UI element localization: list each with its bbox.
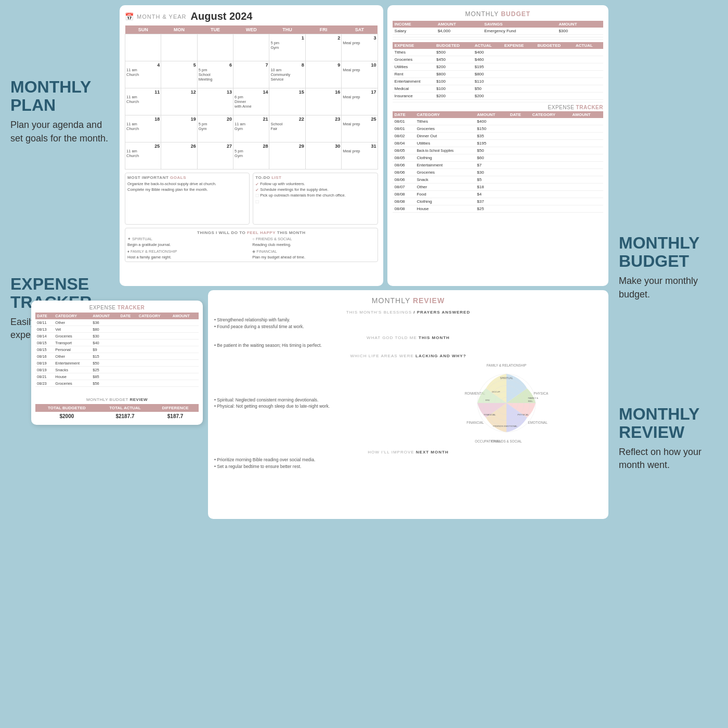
table-cell	[502, 85, 536, 93]
blessing-1: Strengthened relationship with family.	[214, 317, 602, 323]
svg-text:EMOTIONAL: EMOTIONAL	[528, 421, 548, 424]
table-cell	[502, 78, 536, 85]
cal-cell	[125, 34, 161, 61]
goals-box: MOST IMPORTANT GOALS Organize the back-t…	[125, 173, 250, 225]
cal-cell: 17Meal prep	[342, 88, 378, 115]
cal-cell: 23	[305, 115, 341, 142]
cal-cell: 15	[269, 88, 305, 115]
table-cell: $4	[475, 191, 508, 198]
table-cell	[530, 162, 570, 169]
total-actual-header: TOTAL ACTUAL	[98, 404, 152, 412]
cal-cell: 65 pmSchoolMeeting	[197, 61, 233, 88]
feel-happy-section: THINGS I WILL DO TO FEEL HAPPY THIS MONT…	[125, 228, 378, 262]
cal-header-sat: SAT	[342, 25, 378, 34]
table-cell	[570, 191, 603, 198]
table-cell: Tithes	[414, 118, 475, 125]
table-cell: Clothing	[414, 198, 475, 205]
table-cell: $80	[91, 326, 119, 333]
table-cell: $40	[91, 340, 119, 346]
table-cell	[530, 169, 570, 176]
table-cell: 08/08	[393, 205, 415, 213]
exp-col2: EXPENSE	[502, 42, 536, 49]
improve-2: Set a regular bedtime to ensure better r…	[214, 463, 602, 470]
actual-col: ACTUAL	[473, 42, 502, 49]
table-cell	[570, 133, 603, 140]
income-amount-col: AMOUNT	[436, 21, 483, 28]
table-cell	[530, 154, 570, 162]
right-budget-title: MONTHLY BUDGET	[619, 234, 718, 270]
table-cell: Clothing	[414, 154, 475, 162]
table-cell: $50	[473, 85, 502, 93]
cal-cell: 29	[269, 142, 305, 170]
table-cell: 08/08	[393, 198, 415, 205]
cal-header-fri: FRI	[305, 25, 341, 34]
table-cell	[574, 100, 603, 102]
table-cell: $30	[91, 333, 119, 340]
todo-item: ✔ Schedule meetings for the supply drive…	[255, 187, 375, 193]
table-cell: $85	[91, 373, 119, 380]
table-cell: 08/16	[35, 353, 54, 360]
top-row: 📅 MONTH & YEAR August 2024 SUN MON TUE W…	[120, 5, 608, 286]
et-date: DATE	[35, 313, 54, 319]
table-cell: Groceries	[414, 125, 475, 133]
table-cell	[535, 49, 574, 56]
table-cell: Entertainment	[414, 162, 475, 169]
et-cat: CATEGORY	[54, 313, 91, 319]
table-cell	[502, 100, 536, 102]
table-cell	[570, 184, 603, 191]
table-cell: $195	[475, 140, 508, 147]
table-cell: Snack	[414, 176, 475, 184]
table-cell	[535, 100, 574, 102]
table-cell: 08/06	[393, 169, 415, 176]
cal-cell: 19	[161, 115, 197, 142]
table-cell: $35	[475, 133, 508, 140]
svg-text:SPIRITUAL: SPIRITUAL	[500, 377, 513, 380]
table-cell	[535, 63, 574, 71]
table-cell: Vet	[54, 326, 91, 333]
table-cell: $18	[475, 184, 508, 191]
table-cell	[530, 133, 570, 140]
improve-title: HOW I'LL IMPROVE NEXT MONTH	[214, 450, 602, 454]
table-cell: 08/15	[35, 346, 54, 353]
table-cell: Utilities	[393, 63, 435, 71]
table-cell	[574, 56, 603, 63]
cal-cell: 15 pmGym	[269, 34, 305, 61]
table-cell: 08/01	[393, 125, 415, 133]
table-cell: Snacks	[54, 367, 91, 373]
table-cell: 08/04	[393, 140, 415, 147]
table-cell: 08/01	[393, 118, 415, 125]
table-cell	[508, 169, 530, 176]
goals-section: MOST IMPORTANT GOALS Organize the back-t…	[125, 173, 378, 225]
feel-spiritual-text: Begin a gratitude journal.	[127, 242, 250, 247]
et-date2: DATE	[119, 313, 137, 319]
cal-cell: 1811 amChurch	[125, 115, 161, 142]
table-cell	[434, 100, 473, 102]
todo-title: TO-DO LIST	[255, 175, 375, 180]
table-cell	[570, 147, 603, 154]
table-cell: Other	[54, 319, 91, 326]
svg-text:FAMILY &: FAMILY &	[528, 397, 538, 399]
savings-name: Emergency Fund	[482, 28, 556, 35]
table-cell	[393, 100, 435, 102]
income-name: Salary	[393, 28, 436, 35]
table-cell: $400	[473, 49, 502, 56]
table-cell: 08/02	[393, 133, 415, 140]
cal-cell: 13	[197, 88, 233, 115]
table-cell	[570, 162, 603, 169]
table-cell	[535, 85, 574, 93]
table-cell	[535, 93, 574, 100]
feel-happy-grid: ✦ SPIRITUAL Begin a gratitude journal. ○…	[127, 237, 375, 259]
cal-cell: 2511 amChurch	[125, 142, 161, 170]
table-cell	[508, 191, 530, 198]
plan-header-label: MONTH & YEAR	[137, 14, 187, 20]
lacking-title: WHICH LIFE AREAS WERE LACKING AND WHY?	[214, 354, 602, 358]
table-cell: $15	[91, 353, 119, 360]
tracker-amt: AMOUNT	[475, 111, 508, 118]
expense-tracker-card: EXPENSE TRACKER DATE CATEGORY AMOUNT DAT…	[31, 301, 203, 425]
cal-cell: 31Meal prep	[342, 142, 378, 170]
table-cell: $100	[434, 78, 473, 85]
table-cell	[570, 169, 603, 176]
table-cell	[508, 133, 530, 140]
table-cell	[393, 37, 436, 40]
table-cell	[508, 147, 530, 154]
